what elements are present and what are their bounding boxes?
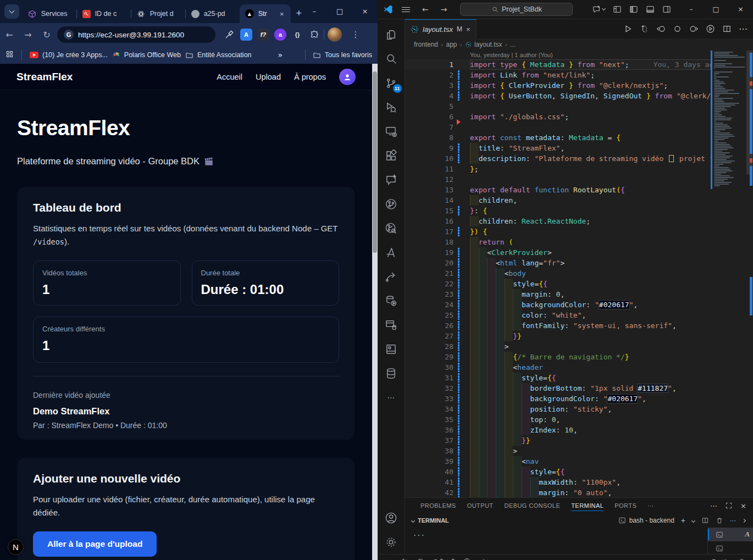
more-actions-icon[interactable]: ⋯	[739, 24, 748, 34]
font-extension-icon[interactable]: f?	[257, 29, 269, 41]
live-share-icon[interactable]	[479, 558, 486, 560]
bookmark-youtube[interactable]: (10) Je crée 3 Apps...	[30, 51, 108, 59]
breadcrumb[interactable]: frontend› app› layout.tsx› ...	[405, 38, 753, 51]
close-panel-icon[interactable]: ×	[740, 502, 746, 510]
code-line[interactable]: 33 backgroundColor: "#020617",	[405, 393, 711, 404]
code-line[interactable]: 28 >	[405, 341, 711, 352]
bookmarks-overflow-chevron[interactable]: »	[278, 51, 283, 59]
search-icon[interactable]	[379, 47, 404, 71]
user-avatar[interactable]	[339, 69, 356, 85]
code-line[interactable]: 21 <body	[405, 268, 711, 279]
code-line[interactable]: 30 <header	[405, 362, 711, 373]
extensions-puzzle-icon[interactable]	[308, 29, 320, 41]
site-logo[interactable]: StreamFlex	[16, 71, 73, 83]
close-tab-icon[interactable]: ×	[466, 25, 470, 34]
k(ill-terminal-icon[interactable]	[716, 517, 723, 524]
code-line[interactable]: 3import { ClerkProvider } from "@clerk/n…	[405, 80, 711, 91]
code-line[interactable]: 2import Link from "next/link";	[405, 70, 711, 80]
panel-more-actions-icon[interactable]: ⋯	[710, 502, 717, 510]
go-forward-icon[interactable]: →	[441, 5, 447, 14]
terminal-tab[interactable]	[708, 541, 753, 555]
run-file-icon[interactable]	[623, 24, 633, 34]
explorer-icon[interactable]	[379, 23, 404, 47]
terminal-content[interactable]: ...	[405, 528, 707, 554]
code-line[interactable]: 34 position: "sticky",	[405, 404, 711, 414]
chevron-down-icon[interactable]	[411, 518, 415, 522]
code-line[interactable]: 29 {/* Barre de navigation */}	[405, 352, 711, 362]
tab-problems[interactable]: PROBLEMS	[420, 502, 456, 509]
code-line[interactable]: 22 style={{	[405, 279, 711, 289]
customize-layout-icon[interactable]	[613, 5, 622, 14]
close-button[interactable]: ×	[728, 0, 753, 19]
code-line[interactable]: 14 children,	[405, 195, 711, 206]
copilot-chat-icon[interactable]	[592, 5, 605, 14]
browser-tab-id[interactable]: ID de c	[77, 4, 131, 23]
code-line[interactable]: 13export default function RootLayout({	[405, 185, 711, 195]
minimize-button[interactable]: –	[302, 0, 327, 23]
problems-status[interactable]: ⊘ 0 △ 0	[433, 558, 455, 560]
nav-upload[interactable]: Upload	[256, 73, 281, 81]
go-back-icon[interactable]: ←	[422, 5, 429, 14]
database-icon[interactable]	[379, 361, 404, 385]
nextjs-dev-badge[interactable]: N	[8, 539, 24, 555]
open-changes-icon[interactable]	[640, 24, 649, 34]
braces-extension-icon[interactable]: {}	[291, 29, 303, 41]
reload-button[interactable]: ↻	[37, 30, 56, 40]
eyedropper-extension-icon[interactable]	[223, 29, 235, 41]
code-line[interactable]: 18 return (	[405, 237, 711, 247]
terminal-more-icon[interactable]: ⋯	[730, 517, 736, 524]
code-line[interactable]: 19 <ClerkProvider>	[405, 247, 711, 258]
check-icon[interactable]	[385, 558, 392, 560]
upload-page-button[interactable]: Aller à la page d'upload	[33, 531, 157, 557]
tab-debug-console[interactable]: DEBUG CONSOLE	[505, 502, 561, 509]
terminal-dropdown-icon[interactable]	[691, 518, 695, 522]
close-button[interactable]: ×	[352, 0, 378, 23]
toggle-secondary-sidebar-icon[interactable]	[662, 5, 671, 14]
tab-ports[interactable]: PORTS	[614, 502, 636, 509]
code-line[interactable]: 7	[405, 122, 711, 132]
tab-output[interactable]: OUTPUT	[467, 502, 494, 509]
code-line[interactable]: 42 margin: "0 auto",	[405, 487, 711, 497]
settings-gear-icon[interactable]	[379, 530, 404, 554]
apps-grid-icon[interactable]	[5, 50, 14, 60]
account-icon[interactable]	[379, 506, 404, 530]
close-tab-icon[interactable]: ×	[279, 10, 285, 18]
code-line[interactable]: 32 borderBottom: "1px solid #111827",	[405, 383, 711, 393]
tab-search-button[interactable]	[4, 4, 19, 19]
terminal-shell-label[interactable]: bash - backend	[618, 517, 674, 524]
browser-tab-streamflex-active[interactable]: ▲ Str ×	[240, 4, 291, 23]
browser-tab-services[interactable]: Services	[23, 4, 76, 23]
code-line[interactable]: 11};	[405, 164, 711, 174]
gitlens-inspect-icon[interactable]	[379, 216, 404, 240]
editor-scrollbar[interactable]	[746, 51, 753, 497]
bell-icon[interactable]	[738, 558, 745, 560]
split-editor-icon[interactable]	[722, 24, 732, 34]
live-share-icon[interactable]	[379, 264, 404, 289]
tab-terminal[interactable]: TERMINAL	[571, 502, 603, 511]
maximize-button[interactable]: □	[704, 0, 728, 19]
navigate-current-icon[interactable]	[673, 24, 682, 34]
code-line[interactable]: 27 }}	[405, 331, 711, 341]
code-line[interactable]: 41 maxWidth: "1100px",	[405, 477, 711, 487]
azure-icon[interactable]	[379, 240, 404, 264]
tab-layout-tsx[interactable]: layout.tsx M ×	[405, 19, 477, 38]
code-line[interactable]: 10 description: "Plateforme de streaming…	[405, 153, 711, 164]
forward-button[interactable]: →	[19, 30, 37, 40]
code-line[interactable]: 25 color: "white",	[405, 310, 711, 320]
remote-explorer-icon[interactable]	[379, 119, 404, 143]
code-line[interactable]: 20 <html lang="fr">	[405, 258, 711, 268]
docs-extension-icon[interactable]: A	[240, 29, 252, 41]
code-line[interactable]: 16 children: React.ReactNode;	[405, 216, 711, 226]
navigate-forward-icon[interactable]	[689, 24, 699, 34]
gitlens-icon[interactable]	[379, 192, 404, 216]
toggle-panel-icon[interactable]	[646, 5, 655, 14]
code-line[interactable]: 1import type { Metadata } from "next";Yo…	[405, 59, 711, 70]
container-db-icon[interactable]	[379, 313, 404, 337]
copilot-chat-icon[interactable]	[379, 168, 404, 192]
code-line[interactable]: 39 <nav	[405, 456, 711, 467]
branch-icon[interactable]	[401, 558, 408, 560]
code-line[interactable]: 15}: {	[405, 206, 711, 216]
more-tabs-icon[interactable]: ⋯	[647, 502, 654, 509]
code-line[interactable]: 36 zIndex: 10,	[405, 425, 711, 435]
code-line[interactable]: 24 backgroundColor: "#020617",	[405, 300, 711, 310]
